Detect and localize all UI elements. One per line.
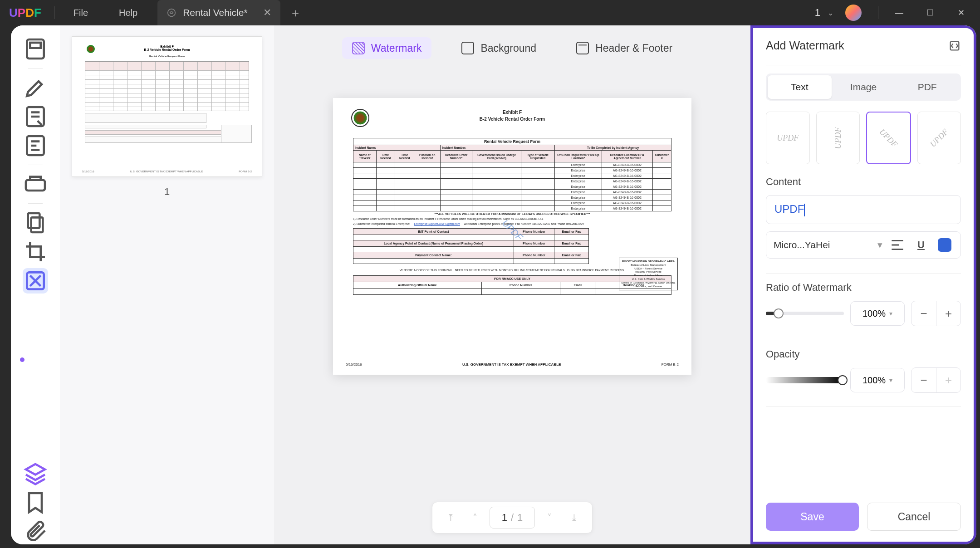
type-tab-pdf[interactable]: PDF bbox=[895, 75, 959, 99]
style-diagonal-down[interactable]: UPDF bbox=[917, 112, 961, 164]
vehicles-note: ***ALL VEHICLES WILL BE UTILIZED FOR A M… bbox=[353, 212, 671, 215]
type-tab-image[interactable]: Image bbox=[832, 75, 896, 99]
contact-table: IMT Point of ContactPhone NumberEmail or… bbox=[353, 228, 589, 264]
style-vertical[interactable]: UPDF bbox=[816, 112, 860, 164]
opacity-value-select[interactable]: 100%▾ bbox=[850, 368, 905, 392]
menu-help[interactable]: Help bbox=[103, 8, 153, 18]
thumb-block bbox=[85, 113, 206, 123]
separator bbox=[54, 6, 54, 19]
tool-attachment[interactable] bbox=[23, 519, 48, 544]
tool-organize[interactable] bbox=[23, 210, 48, 235]
tab-add-button[interactable]: ＋ bbox=[289, 5, 301, 21]
ratio-slider[interactable] bbox=[766, 312, 844, 315]
type-tab-text[interactable]: Text bbox=[768, 75, 832, 99]
active-tool-indicator bbox=[20, 357, 24, 362]
watermark-style-options: UPDF UPDF UPDF UPDF bbox=[766, 112, 961, 164]
note-1: 1) Resource Order Numbers must be format… bbox=[353, 217, 679, 220]
tab-header-footer[interactable]: Header & Footer bbox=[566, 37, 682, 59]
thumb-table bbox=[85, 61, 249, 111]
left-toolbar bbox=[11, 25, 60, 544]
ratio-increase-button[interactable]: + bbox=[936, 301, 960, 326]
svg-point-0 bbox=[168, 9, 176, 17]
tool-edit[interactable] bbox=[23, 104, 48, 129]
svg-rect-5 bbox=[26, 180, 45, 191]
text-color-button[interactable] bbox=[936, 236, 953, 254]
prev-page-button[interactable]: ˄ bbox=[465, 508, 485, 528]
panel-footer: Save Cancel bbox=[766, 494, 961, 531]
thumb-sidebox bbox=[221, 125, 252, 143]
page-indicator[interactable]: 1 bbox=[815, 7, 820, 19]
panel-title: Add Watermark bbox=[766, 39, 844, 52]
ratio-value-select[interactable]: 100%▾ bbox=[850, 301, 905, 326]
separator bbox=[28, 68, 43, 68]
tab-label: Watermark bbox=[371, 42, 422, 54]
minimize-button[interactable]: ― bbox=[886, 4, 913, 22]
doc-title: Exhibit F bbox=[346, 110, 679, 115]
tool-highlight[interactable] bbox=[23, 75, 48, 100]
expand-panel-icon[interactable] bbox=[948, 39, 961, 52]
opacity-slider[interactable] bbox=[766, 377, 844, 383]
style-diagonal-up[interactable]: UPDF bbox=[866, 112, 911, 164]
opacity-increase-button[interactable]: + bbox=[936, 368, 960, 392]
divider bbox=[766, 340, 961, 340]
tool-redact[interactable] bbox=[23, 171, 48, 197]
opacity-decrease-button[interactable]: − bbox=[911, 368, 936, 392]
doc-logo-icon bbox=[87, 45, 95, 53]
opacity-label: Opacity bbox=[766, 348, 961, 360]
underline-button[interactable]: U bbox=[912, 236, 930, 254]
cancel-button[interactable]: Cancel bbox=[867, 503, 961, 531]
tool-crop[interactable] bbox=[23, 239, 48, 264]
tab-label: Background bbox=[480, 42, 536, 54]
last-page-button[interactable]: ⤓ bbox=[564, 508, 584, 528]
align-button[interactable] bbox=[889, 236, 906, 254]
tool-thumbnails[interactable] bbox=[23, 36, 48, 62]
watermark-icon bbox=[352, 42, 365, 54]
page-thumbnail[interactable]: Exhibit FB-2 Vehicle Rental Order Form R… bbox=[72, 36, 262, 177]
content-input[interactable]: UPDF bbox=[766, 195, 961, 224]
text-format-row: Micro...YaHei▾ U bbox=[766, 231, 961, 259]
tab-title: Rental Vehicle* bbox=[183, 7, 247, 18]
thumb-block bbox=[85, 125, 206, 128]
document-viewport[interactable]: Exhibit F B-2 Vehicle Rental Order Form … bbox=[274, 71, 750, 544]
workspace: Exhibit FB-2 Vehicle Rental Order Form R… bbox=[11, 25, 976, 544]
document-page: Exhibit F B-2 Vehicle Rental Order Form … bbox=[333, 98, 691, 375]
user-avatar[interactable] bbox=[845, 5, 862, 21]
tool-watermark[interactable] bbox=[23, 268, 48, 294]
tool-bookmark[interactable] bbox=[23, 490, 48, 515]
tab-close-icon[interactable]: ✕ bbox=[263, 7, 271, 19]
tab-watermark[interactable]: Watermark bbox=[342, 37, 432, 59]
opacity-controls: 100%▾ − + bbox=[766, 367, 961, 393]
divider bbox=[766, 273, 961, 274]
style-horizontal[interactable]: UPDF bbox=[766, 112, 810, 164]
tab-label: Header & Footer bbox=[595, 42, 672, 54]
doc-footer: 5/16/2016U.S. GOVERNMENT IS TAX EXEMPT W… bbox=[346, 362, 679, 367]
doc-subtitle: B-2 Vehicle Rental Order Form bbox=[346, 117, 679, 122]
next-page-button[interactable]: ˅ bbox=[539, 508, 559, 528]
thumbnail-page-number: 1 bbox=[71, 186, 263, 198]
tool-layers[interactable] bbox=[23, 461, 48, 486]
ratio-decrease-button[interactable]: − bbox=[911, 301, 936, 326]
save-button[interactable]: Save bbox=[766, 503, 859, 531]
thumb-title: Exhibit FB-2 Vehicle Rental Order Form bbox=[78, 45, 256, 51]
thumbnail-panel: Exhibit FB-2 Vehicle Rental Order Form R… bbox=[60, 25, 274, 544]
first-page-button[interactable]: ⤒ bbox=[441, 508, 461, 528]
maximize-button[interactable]: ☐ bbox=[916, 4, 944, 22]
watermark-panel: Add Watermark Text Image PDF UPDF UPDF U… bbox=[750, 25, 976, 544]
close-button[interactable]: ✕ bbox=[947, 4, 975, 22]
menu-file[interactable]: File bbox=[58, 8, 103, 18]
background-icon bbox=[461, 42, 474, 54]
font-select[interactable]: Micro...YaHei▾ bbox=[774, 240, 882, 250]
separator bbox=[28, 165, 43, 165]
tool-form[interactable] bbox=[23, 133, 48, 158]
ratio-controls: 100%▾ − + bbox=[766, 301, 961, 326]
main-area: Watermark Background Header & Footer Exh… bbox=[274, 25, 750, 544]
titlebar: UPDF File Help Rental Vehicle* ✕ ＋ 1 ⌄ ―… bbox=[0, 0, 980, 25]
tab-background[interactable]: Background bbox=[451, 37, 546, 59]
form-title: Rental Vehicle Request Form bbox=[353, 138, 671, 145]
note-2: 2) Submit the completed form to Enterpri… bbox=[353, 222, 679, 225]
page-number-input[interactable]: 1/1 bbox=[490, 507, 535, 528]
separator bbox=[878, 6, 878, 19]
chevron-down-icon[interactable]: ⌄ bbox=[828, 9, 833, 17]
document-tab[interactable]: Rental Vehicle* ✕ bbox=[157, 0, 280, 25]
divider bbox=[766, 406, 961, 407]
